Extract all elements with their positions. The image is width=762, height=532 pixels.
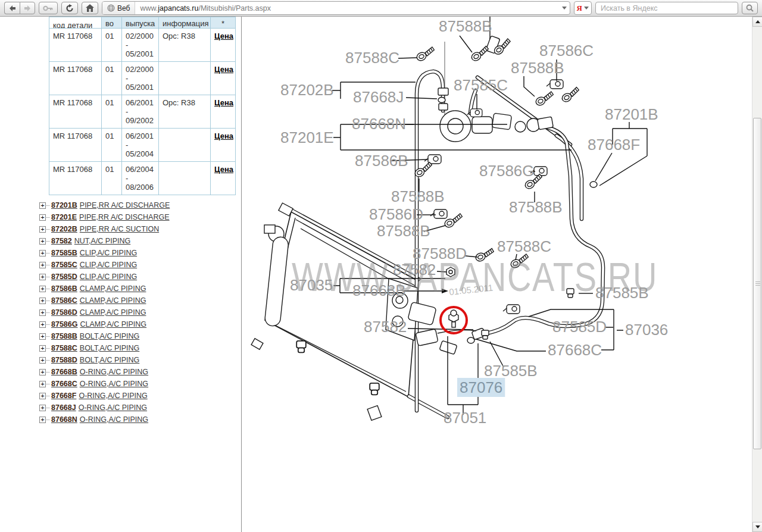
expand-plus-icon[interactable]: + xyxy=(39,214,46,221)
expand-plus-icon[interactable]: + xyxy=(39,381,46,387)
scroll-up-button[interactable] xyxy=(752,17,762,27)
expand-plus-icon[interactable]: + xyxy=(39,298,46,304)
expand-plus-icon[interactable]: + xyxy=(39,274,46,280)
diagram-part-label[interactable]: 87586B xyxy=(355,152,408,170)
diagram-part-label[interactable]: 87668B xyxy=(352,281,406,299)
expand-plus-icon[interactable]: + xyxy=(39,417,46,423)
url-dropdown-button[interactable] xyxy=(559,2,570,14)
expand-plus-icon[interactable]: + xyxy=(39,321,46,328)
diagram-part-label[interactable]: 87586C xyxy=(539,42,594,60)
expand-plus-icon[interactable]: + xyxy=(39,238,46,245)
part-link[interactable]: 87201EPIPE,RR A/C DISCHARGE xyxy=(51,213,170,221)
part-link[interactable]: 87668FO-RING,A/C PIPING xyxy=(51,392,148,400)
part-link[interactable]: 87582NUT,A/C PIPING xyxy=(51,237,130,245)
table-header-row: код детали во выпуска информация * xyxy=(49,17,236,29)
part-link[interactable]: 87202BPIPE,RR A/C SUCTION xyxy=(51,225,159,233)
expand-plus-icon[interactable]: + xyxy=(39,345,46,352)
scroll-down-button[interactable] xyxy=(752,522,762,532)
header-info: информация xyxy=(159,17,211,29)
diagram-part-label[interactable]: 87202B xyxy=(280,81,334,99)
price-link[interactable]: Цена xyxy=(214,165,233,174)
part-link[interactable]: 87201BPIPE,RR A/C DISCHARGE xyxy=(51,201,170,209)
diagram-part-label[interactable]: 87668C xyxy=(548,341,602,359)
expand-plus-icon[interactable]: + xyxy=(39,202,46,209)
diagram-part-label[interactable]: 87582 xyxy=(364,318,407,336)
diagram-part-label[interactable]: 87582 xyxy=(393,261,436,278)
back-button[interactable] xyxy=(4,2,20,14)
diagram-part-label[interactable]: 87588B xyxy=(511,59,564,77)
expand-plus-icon[interactable]: + xyxy=(39,309,46,316)
diagram-part-label[interactable]: 87076 xyxy=(460,378,502,396)
diagram-part-label[interactable]: 87035 xyxy=(290,276,333,294)
parts-tree-item: +87585BCLIP,A/C PIPING xyxy=(39,247,241,259)
part-link[interactable]: 87668BO-RING,A/C PIPING xyxy=(51,368,148,376)
parts-tree-item: +87668FO-RING,A/C PIPING xyxy=(39,390,241,402)
diagram-part-label[interactable]: 87588D xyxy=(413,245,467,262)
address-mode-button[interactable]: Веб xyxy=(102,2,135,14)
expand-plus-icon[interactable]: + xyxy=(39,250,46,256)
back-arrow-icon xyxy=(8,5,17,12)
expand-plus-icon[interactable]: + xyxy=(39,393,46,399)
diagram-part-label[interactable]: 87036 xyxy=(625,321,668,339)
diagram-part-label[interactable]: 87585B xyxy=(595,284,649,302)
part-link[interactable]: 87586BCLAMP,A/C PIPING xyxy=(51,284,146,293)
diagram-part-label[interactable]: 87668J xyxy=(353,88,404,106)
refresh-button[interactable] xyxy=(61,2,78,14)
expand-plus-icon[interactable]: + xyxy=(39,226,46,233)
expand-plus-icon[interactable]: + xyxy=(39,262,46,268)
search-go-button[interactable] xyxy=(742,2,758,14)
expand-plus-icon[interactable]: + xyxy=(39,333,46,340)
diagram-part-label[interactable]: 87588C xyxy=(345,49,399,67)
price-link[interactable]: Цена xyxy=(214,98,233,107)
expand-plus-icon[interactable]: + xyxy=(39,357,46,364)
part-link[interactable]: 87585BCLIP,A/C PIPING xyxy=(51,249,137,257)
diagram-part-label[interactable]: 87586G xyxy=(479,162,535,180)
part-link[interactable]: 87585CCLIP,A/C PIPING xyxy=(51,261,137,269)
url-prefix: www. xyxy=(140,4,158,12)
forward-button[interactable] xyxy=(20,2,35,14)
diagram-part-label[interactable]: 87588C xyxy=(497,237,551,255)
part-link[interactable]: 87588CBOLT,A/C PIPING xyxy=(51,344,139,352)
price-link[interactable]: Цена xyxy=(214,32,233,40)
search-input[interactable] xyxy=(595,2,738,14)
part-link[interactable]: 87668JO-RING,A/C PIPING xyxy=(51,403,147,412)
part-link[interactable]: 87586GCLAMP,A/C PIPING xyxy=(51,320,146,328)
diagram-part-label[interactable]: 87201E xyxy=(280,129,334,146)
expand-plus-icon[interactable]: + xyxy=(39,369,46,375)
expand-plus-icon[interactable]: + xyxy=(39,286,46,292)
diagram-part-label[interactable]: 87201B xyxy=(605,105,658,123)
expand-plus-icon[interactable]: + xyxy=(39,405,46,411)
key-button[interactable] xyxy=(39,2,58,14)
part-link[interactable]: 87668CO-RING,A/C PIPING xyxy=(51,380,148,388)
diagram-part-label[interactable]: 87585D xyxy=(552,318,607,336)
part-link[interactable]: 87588BBOLT,A/C PIPING xyxy=(51,332,139,340)
scrollbar-thumb[interactable] xyxy=(753,118,761,449)
tree-connector xyxy=(46,226,49,230)
tree-connector xyxy=(46,309,49,313)
diagram-part-label[interactable]: 87668N xyxy=(352,115,406,133)
diagram-part-label[interactable]: 87585C xyxy=(454,76,508,94)
parts-tree-item: +87586BCLAMP,A/C PIPING xyxy=(39,283,241,295)
yandex-engine-button[interactable]: Я xyxy=(574,1,592,15)
part-link[interactable]: 87588DBOLT,A/C PIPING xyxy=(51,356,139,364)
vertical-scrollbar[interactable] xyxy=(752,17,762,532)
diagram-part-label[interactable]: 87051 xyxy=(444,409,486,427)
chevron-down-icon xyxy=(562,7,567,10)
part-link[interactable]: 87585DCLIP,A/C PIPING xyxy=(51,273,137,281)
diagram-part-label[interactable]: 87585B xyxy=(484,362,538,380)
diagram-part-label[interactable]: 87588B xyxy=(377,222,430,240)
price-link[interactable]: Цена xyxy=(214,132,233,140)
part-link[interactable]: 87586DCLAMP,A/C PIPING xyxy=(51,308,146,317)
tree-connector xyxy=(46,214,49,218)
url-text[interactable]: www.japancats.ru/Mitsubishi/Parts.aspx xyxy=(135,4,558,12)
diagram-part-label[interactable]: 87588B xyxy=(391,187,445,205)
part-link[interactable]: 87668NO-RING,A/C PIPING xyxy=(51,415,148,424)
diagram-part-label[interactable]: 87668F xyxy=(588,136,640,154)
diagram-part-label[interactable]: 87588B xyxy=(439,17,492,35)
diagram-part-label[interactable]: 87586D xyxy=(369,205,423,223)
price-link[interactable]: Цена xyxy=(214,65,233,74)
diagram-part-label[interactable]: 87588B xyxy=(509,198,563,216)
part-link[interactable]: 87586CCLAMP,A/C PIPING xyxy=(51,296,146,305)
home-button[interactable] xyxy=(82,2,98,14)
address-bar[interactable]: Веб www.japancats.ru/Mitsubishi/Parts.as… xyxy=(102,1,570,15)
